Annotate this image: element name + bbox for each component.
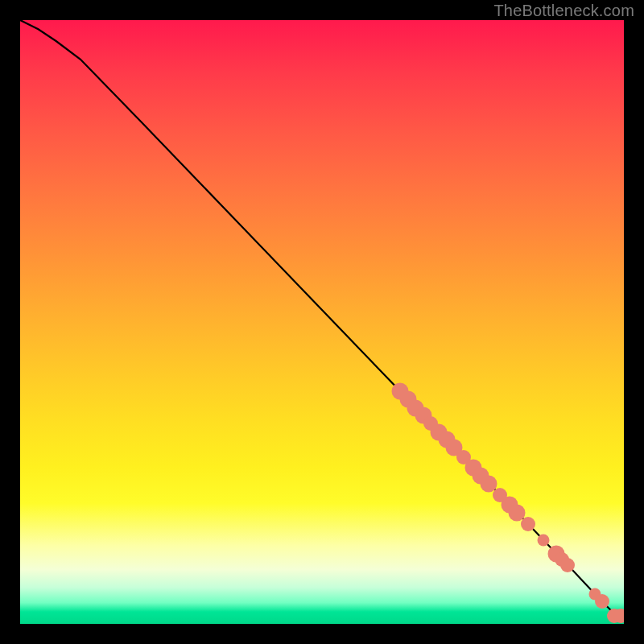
- data-marker: [560, 558, 575, 572]
- data-marker: [521, 517, 535, 531]
- curve-layer: [20, 20, 624, 624]
- data-marker: [613, 609, 624, 623]
- watermark-text: TheBottleneck.com: [493, 2, 634, 20]
- chart-stage: TheBottleneck.com: [0, 0, 644, 644]
- plot-area: [20, 20, 624, 624]
- data-marker: [595, 594, 609, 609]
- data-marker: [537, 534, 549, 546]
